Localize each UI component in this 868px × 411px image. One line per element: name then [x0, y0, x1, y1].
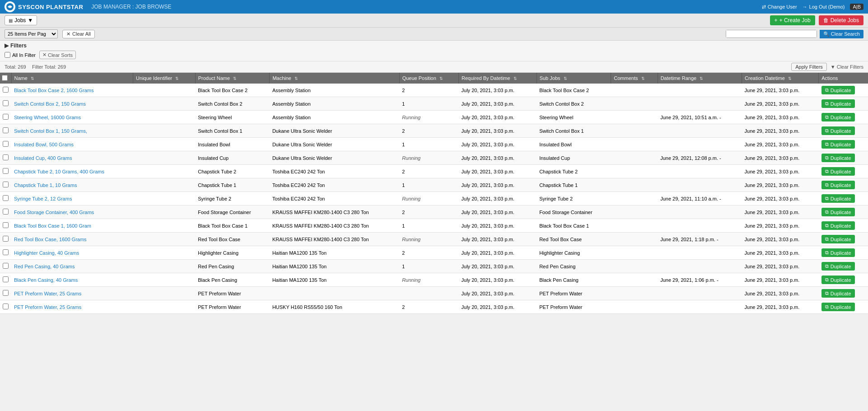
duplicate-button[interactable]: ⧉ Duplicate [821, 235, 855, 243]
duplicate-button[interactable]: ⧉ Duplicate [821, 262, 855, 271]
duplicate-button[interactable]: ⧉ Duplicate [821, 194, 855, 203]
row-checkbox[interactable] [3, 114, 9, 120]
row-checkbox[interactable] [3, 290, 9, 296]
row-checkbox[interactable] [3, 209, 9, 215]
row-product-name-cell: Black Tool Box Case 2 [195, 84, 270, 97]
row-required-by-cell: July 20, 2021, 3:03 p.m. [459, 178, 537, 192]
jobs-dropdown[interactable]: ▦ Jobs ▼ [5, 15, 37, 25]
duplicate-button[interactable]: ⧉ Duplicate [821, 276, 855, 284]
row-name-link[interactable]: Chapstick Tube 1, 10 Grams [14, 182, 77, 188]
row-checkbox[interactable] [3, 141, 9, 147]
row-checkbox[interactable] [3, 249, 9, 255]
col-datetime-range[interactable]: Datetime Range ⇅ [658, 73, 742, 84]
duplicate-button[interactable]: ⧉ Duplicate [821, 248, 855, 257]
col-required-by[interactable]: Required By Datetime ⇅ [459, 73, 537, 84]
search-input[interactable] [726, 30, 817, 37]
running-badge: Running [402, 155, 420, 161]
row-comments-cell [611, 124, 658, 138]
row-name-link[interactable]: Switch Contol Box 1, 150 Grams, [14, 128, 87, 134]
table-row: Insulated Cup, 400 GramsInsulated CupDuk… [0, 151, 868, 165]
row-product-name-cell: Black Pen Casing [195, 273, 270, 287]
copy-icon: ⧉ [825, 114, 829, 120]
clear-sorts-button[interactable]: ✕ Clear Sorts [39, 51, 76, 59]
col-creation-datetime[interactable]: Creation Datetime ⇅ [742, 73, 819, 84]
row-name-link[interactable]: Red Pen Casing, 40 Grams [14, 264, 75, 269]
duplicate-button[interactable]: ⧉ Duplicate [821, 154, 855, 162]
duplicate-button[interactable]: ⧉ Duplicate [821, 86, 855, 94]
delete-jobs-button[interactable]: 🗑 Delete Jobs [819, 15, 863, 25]
clear-all-button[interactable]: ✕ Clear All [62, 30, 95, 38]
all-in-filter-option: All In Filter [5, 52, 36, 58]
row-checkbox[interactable] [3, 195, 9, 201]
search-clear-button[interactable]: 🔍 Clear Search [820, 30, 863, 38]
row-name-link[interactable]: Insulated Bowl, 500 Grams [14, 142, 74, 147]
duplicate-button[interactable]: ⧉ Duplicate [821, 181, 855, 189]
per-page-dropdown[interactable]: 25 Items Per Pag 50 Items Per Pag 100 It… [5, 29, 58, 38]
duplicate-button[interactable]: ⧉ Duplicate [821, 221, 855, 230]
row-checkbox[interactable] [3, 100, 9, 106]
col-product-name[interactable]: Product Name ⇅ [195, 73, 270, 84]
apply-filters-button[interactable]: Apply Filters [791, 63, 827, 71]
row-checkbox[interactable] [3, 182, 9, 187]
row-datetime-range-cell [658, 97, 742, 111]
row-datetime-range-cell [658, 178, 742, 192]
row-checkbox[interactable] [3, 263, 9, 269]
row-checkbox[interactable] [3, 222, 9, 228]
row-checkbox-cell [0, 165, 11, 178]
row-checkbox-cell [0, 84, 11, 97]
col-name[interactable]: Name ⇅ [11, 73, 133, 84]
row-name-link[interactable]: Black Tool Box Case 2, 1600 Grams [14, 88, 94, 93]
row-name-link[interactable]: Switch Contol Box 2, 150 Grams [14, 101, 86, 107]
row-checkbox[interactable] [3, 154, 9, 160]
col-queue-position[interactable]: Queue Position ⇅ [399, 73, 458, 84]
duplicate-button[interactable]: ⧉ Duplicate [821, 303, 855, 311]
duplicate-button[interactable]: ⧉ Duplicate [821, 126, 855, 135]
col-sub-jobs[interactable]: Sub Jobs ⇅ [537, 73, 611, 84]
duplicate-button[interactable]: ⧉ Duplicate [821, 289, 855, 298]
row-name-link[interactable]: Red Tool Box Case, 1600 Grams [14, 237, 87, 242]
clear-filters-button[interactable]: ▼ Clear Filters [831, 64, 863, 70]
row-unique-id-cell [133, 246, 196, 260]
col-unique-id[interactable]: Unique Identifier ⇅ [133, 73, 196, 84]
col-machine[interactable]: Machine ⇅ [270, 73, 399, 84]
row-name-link[interactable]: Chapstick Tube 2, 10 Grams, 400 Grams [14, 169, 104, 174]
row-datetime-range-cell [658, 287, 742, 300]
row-machine-cell: Haitian MA1200 135 Ton [270, 273, 399, 287]
row-name-link[interactable]: Black Tool Box Case 1, 1600 Gram [14, 223, 91, 229]
row-name-link[interactable]: Syringe Tube 2, 12 Grams [14, 196, 72, 201]
row-machine-cell: Assembly Station [270, 84, 399, 97]
row-name-link[interactable]: PET Preform Water, 25 Grams [14, 304, 81, 310]
row-checkbox[interactable] [3, 304, 9, 309]
row-name-link[interactable]: Black Pen Casing, 40 Grams [14, 277, 78, 283]
all-in-filter-checkbox[interactable] [5, 52, 10, 58]
row-checkbox[interactable] [3, 236, 9, 242]
row-name-cell: Red Pen Casing, 40 Grams [11, 260, 133, 273]
create-job-button[interactable]: + + Create Job [770, 15, 815, 25]
duplicate-button[interactable]: ⧉ Duplicate [821, 99, 855, 108]
row-checkbox[interactable] [3, 87, 9, 93]
col-comments[interactable]: Comments ⇅ [611, 73, 658, 84]
logout-link[interactable]: → Log Out (Demo) [803, 4, 845, 9]
row-name-link[interactable]: Food Storage Container, 400 Grams [14, 210, 94, 215]
row-name-link[interactable]: Steering Wheel, 16000 Grams [14, 115, 81, 120]
row-machine-cell: Haitian MA1200 135 Ton [270, 246, 399, 260]
select-all-checkbox[interactable] [2, 75, 8, 81]
row-name-link[interactable]: Highlighter Casing, 40 Grams [14, 250, 79, 256]
row-checkbox[interactable] [3, 168, 9, 174]
app-title: JOB MANAGER : JOB BROWSE [91, 4, 171, 10]
row-name-link[interactable]: Insulated Cup, 400 Grams [14, 155, 72, 161]
duplicate-button[interactable]: ⧉ Duplicate [821, 140, 855, 149]
filters-header[interactable]: ▶ Filters [5, 42, 863, 49]
row-checkbox[interactable] [3, 127, 9, 133]
row-required-by-cell: July 20, 2021, 3:03 p.m. [459, 84, 537, 97]
change-user-link[interactable]: ⇄ Change User [762, 4, 797, 10]
duplicate-button[interactable]: ⧉ Duplicate [821, 167, 855, 176]
row-required-by-cell: July 20, 2021, 3:03 p.m. [459, 300, 537, 314]
row-checkbox[interactable] [3, 276, 9, 282]
duplicate-button[interactable]: ⧉ Duplicate [821, 208, 855, 216]
row-actions-cell: ⧉ Duplicate [819, 165, 868, 178]
row-sub-jobs-cell: Insulated Bowl [537, 138, 611, 151]
duplicate-button[interactable]: ⧉ Duplicate [821, 113, 855, 121]
row-name-link[interactable]: PET Preform Water, 25 Grams [14, 291, 81, 296]
row-product-name-cell: Switch Contol Box 1 [195, 124, 270, 138]
